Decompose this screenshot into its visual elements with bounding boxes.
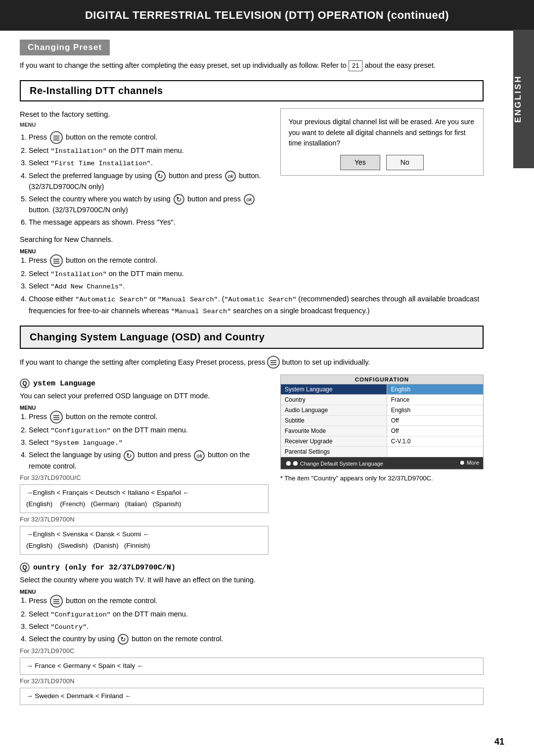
- system-intro: If you want to change the setting after …: [20, 356, 484, 369]
- menu-icon-3: [267, 356, 280, 369]
- config-footer-right: ⏺ More: [459, 459, 479, 467]
- config-val-parental-settings: [387, 447, 483, 457]
- yes-button[interactable]: Yes: [340, 155, 380, 170]
- system-heading-text: Changing System Language (OSD) and Count…: [30, 331, 265, 342]
- config-val-country: France: [387, 395, 483, 405]
- no-button[interactable]: No: [386, 155, 424, 170]
- config-key-country: Country: [281, 395, 387, 405]
- lang-box-c: → France < Germany < Spain < Italy ←: [20, 658, 484, 675]
- lang-box-uc: →English < Français < Deutsch < Italiano…: [20, 484, 268, 513]
- menu-icon-1: [50, 131, 63, 144]
- page-ref-num: 21: [352, 62, 359, 69]
- ok-icon-3: ok: [194, 450, 205, 461]
- search-steps-list: Press button on the remote control. Sele…: [29, 254, 484, 317]
- config-val-favourite-mode: Off: [387, 426, 483, 436]
- country-step-1: Press button on the remote control.: [29, 595, 484, 608]
- sys-step-2: Select "Configuration" on the DTT main m…: [29, 425, 268, 436]
- config-val-subtitle: Off: [387, 416, 483, 425]
- system-intro-text: If you want to change the setting after …: [20, 358, 265, 366]
- intro-text: If you want to change the setting after …: [20, 60, 484, 71]
- config-row-system-language: System Language English: [281, 384, 483, 395]
- intro-before-ref: If you want to change the setting after …: [20, 61, 347, 69]
- reinstalling-steps: Press button on the remote control. Sele…: [29, 131, 268, 228]
- for-uc-label: For 32/37LD9700U/C: [20, 474, 268, 481]
- config-panel-header: CONFIGURATION: [281, 375, 483, 384]
- search-step-menu-label: MENU: [20, 248, 484, 254]
- country-step-2: Select "Configuration" on the DTT main m…: [29, 609, 484, 620]
- menu-icon-5: [50, 595, 63, 608]
- sys-lang-menu-label: MENU: [20, 405, 268, 411]
- page-container: DIGITAL TERRESTRIAL TELEVISION (DTT) OPE…: [0, 0, 534, 756]
- searching-label: Searching for New Channels.: [20, 234, 484, 245]
- country-step-3: Select "Country".: [29, 621, 484, 632]
- top-banner: DIGITAL TERRESTRIAL TELEVISION (DTT) OPE…: [0, 0, 534, 31]
- config-key-parental-settings: Parental Settings: [281, 447, 387, 457]
- side-label: ENGLISH: [513, 30, 534, 168]
- reset-label: Reset to the factory setting.: [20, 108, 268, 120]
- page-ref-box: 21: [349, 60, 362, 71]
- top-banner-text: DIGITAL TERRESTRIAL TELEVISION (DTT) OPE…: [85, 9, 449, 21]
- lang-box-uc-line2: (English) (French) (German) (Italian) (S…: [26, 499, 262, 510]
- system-left-col: Q ystem Language You can select your pre…: [20, 373, 268, 557]
- config-panel: CONFIGURATION System Language English Co…: [280, 375, 484, 470]
- system-heading: Changing System Language (OSD) and Count…: [20, 326, 484, 349]
- lang-box-uc-line1: →English < Français < Deutsch < Italiano…: [26, 487, 262, 499]
- asterisk-note: * The item "Country" appears only for 32…: [280, 474, 484, 482]
- country-steps-list: Press button on the remote control. Sele…: [29, 595, 484, 645]
- lang-box-n: →English < Svenska < Dansk < Suomi ← (En…: [20, 526, 268, 555]
- step-1-menu: MENU: [20, 123, 268, 129]
- reinstalling-heading-text: Re-Installing DTT channels: [30, 85, 163, 96]
- more-icon: ⏺: [459, 459, 465, 466]
- config-row-subtitle: Subtitle Off: [281, 416, 483, 426]
- system-intro-suffix: button to set up individually.: [282, 358, 370, 366]
- sys-step-1: Press button on the remote control.: [29, 411, 268, 424]
- lang-box-c-text: → France < Germany < Spain < Italy ←: [26, 662, 143, 669]
- nav-icon-3: ↻: [124, 450, 134, 461]
- sys-lang-steps: Press button on the remote control. Sele…: [29, 411, 268, 472]
- config-val-system-language: English: [387, 384, 483, 394]
- lang-box-n2-text: → Sweden < Denmark < Finland ←: [26, 692, 132, 700]
- for-n-label: For 32/37LD9700N: [20, 516, 268, 523]
- system-right-col: CONFIGURATION System Language English Co…: [280, 373, 484, 557]
- footer-right-text: More: [467, 460, 479, 466]
- q-icon-lang: Q: [20, 378, 30, 388]
- reinstalling-left-col: Reset to the factory setting. MENU Press…: [20, 108, 268, 229]
- english-label: ENGLISH: [513, 75, 523, 123]
- step-4: Select the preferred language by using ↻…: [29, 171, 268, 192]
- reinstalling-heading: Re-Installing DTT channels: [20, 80, 484, 101]
- footer-left-text: Change Default System Language: [300, 461, 383, 467]
- country-section: Q ountry (only for 32/37LD9700C/N) Selec…: [20, 563, 484, 705]
- system-two-col: Q ystem Language You can select your pre…: [20, 373, 484, 557]
- config-footer-left: ⏺⏺ Change Default System Language: [285, 459, 383, 467]
- yes-label: Yes: [355, 158, 366, 166]
- step-6: The message appears as shown. Press "Yes…: [29, 217, 268, 228]
- config-key-system-language: System Language: [281, 384, 387, 394]
- q-icon-country: Q: [20, 563, 30, 572]
- nav-icon-1: ↻: [155, 171, 166, 182]
- colored-circles-icon: ⏺⏺: [285, 459, 299, 467]
- main-content: Changing Preset If you want to change th…: [0, 31, 513, 722]
- sys-step-3: Select "System language.": [29, 437, 268, 448]
- search-step-1: Press button on the remote control.: [29, 254, 484, 267]
- search-step-3: Select "Add New Channels".: [29, 281, 484, 292]
- searching-section: Searching for New Channels. MENU Press b…: [20, 234, 484, 317]
- config-row-favourite-mode: Favourite Mode Off: [281, 426, 483, 436]
- reinstalling-two-col: Reset to the factory setting. MENU Press…: [20, 108, 484, 229]
- config-key-receiver-upgrade: Receiver Upgrade: [281, 436, 387, 446]
- lang-box-n-line2: (English) (Swedish) (Danish) (Finnish): [26, 540, 262, 552]
- step-3: Select "First Time Installation".: [29, 158, 268, 169]
- config-key-audio-language: Audio Language: [281, 405, 387, 415]
- config-row-audio-language: Audio Language English: [281, 405, 483, 416]
- sys-lang-label: ystem Language: [33, 379, 95, 388]
- config-row-receiver-upgrade: Receiver Upgrade C-V.1.0: [281, 436, 483, 447]
- config-row-country: Country France: [281, 395, 483, 405]
- config-footer: ⏺⏺ Change Default System Language ⏺ More: [281, 457, 483, 469]
- dialog-text: Your previous digital channel list will …: [289, 117, 475, 149]
- search-step-4: Choose either "Automatic Search" or "Man…: [29, 293, 484, 317]
- country-subheading: Q ountry (only for 32/37LD9700C/N): [20, 563, 484, 572]
- config-val-receiver-upgrade: C-V.1.0: [387, 436, 483, 446]
- dialog-buttons: Yes No: [289, 155, 475, 170]
- sys-lang-description: You can select your preferred OSD langua…: [20, 390, 268, 401]
- intro-after-ref: about the easy preset.: [364, 61, 436, 69]
- for-n2-label: For 32/37LD9700N: [20, 677, 484, 685]
